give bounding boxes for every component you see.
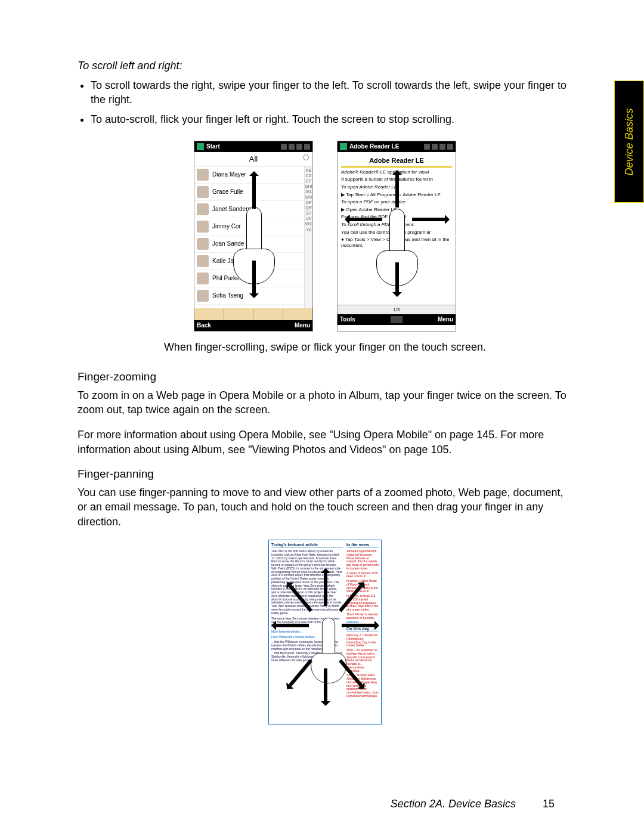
footer-section: Section 2A. Device Basics bbox=[391, 798, 516, 810]
scroll-bullets: To scroll towards the right, swipe your … bbox=[91, 78, 572, 126]
avatar bbox=[197, 169, 209, 181]
pan-heading: Finger-panning bbox=[78, 467, 572, 481]
arrow-down-icon bbox=[395, 262, 399, 292]
volume-icon bbox=[289, 144, 295, 150]
arrow-right-icon bbox=[342, 624, 374, 627]
avatar bbox=[197, 255, 209, 267]
figure-row: Start All Diana Mayer Grace Fulle Janet … bbox=[78, 141, 572, 332]
battery-icon bbox=[296, 144, 302, 150]
arrow-right-icon bbox=[412, 218, 445, 221]
bullet: To scroll towards the right, swipe your … bbox=[91, 78, 572, 107]
page-footer: Section 2A. Device Basics 15 bbox=[391, 798, 555, 810]
list-item: Grace Fulle bbox=[194, 184, 304, 201]
zoom-p1: To zoom in on a Web page in Opera Mobile… bbox=[78, 388, 572, 417]
side-tab: Device Basics bbox=[614, 80, 644, 203]
document-page: Device Basics To scroll left and right: … bbox=[0, 0, 644, 833]
arrow-up-icon bbox=[252, 176, 256, 209]
pager-bar: 1/3 bbox=[338, 305, 456, 314]
avatar bbox=[197, 186, 209, 198]
volume-icon bbox=[432, 144, 438, 150]
menu-icon bbox=[304, 144, 310, 150]
start-icon bbox=[340, 143, 347, 150]
arrow-up-icon bbox=[324, 573, 327, 606]
bottom-tabs bbox=[194, 308, 312, 320]
arrow-down-icon bbox=[324, 668, 327, 701]
avatar bbox=[197, 272, 209, 284]
phone-contacts: Start All Diana Mayer Grace Fulle Janet … bbox=[194, 141, 313, 332]
footer-page: 15 bbox=[543, 798, 555, 810]
arrow-up-icon bbox=[395, 175, 399, 208]
status-bar: Adobe Reader LE bbox=[338, 141, 456, 152]
keyboard-icon bbox=[391, 316, 402, 323]
arrow-down-icon bbox=[252, 261, 256, 293]
search-icon bbox=[303, 154, 309, 160]
alphabet-index: ABCDEFGHIJKLMNOPQRSTUVWXYZ bbox=[304, 166, 312, 308]
wiki-left-col: Today's featured article Year Zero is th… bbox=[271, 543, 343, 721]
list-item: Jimmy Cor bbox=[194, 218, 304, 236]
list-item: Joan Sande bbox=[194, 236, 304, 253]
softkey-right: Menu bbox=[295, 322, 310, 329]
signal-icon bbox=[424, 144, 430, 150]
list-item: Phil Parker bbox=[194, 270, 304, 287]
phone-reader: Adobe Reader LE Adobe Reader LE Adobe® R… bbox=[337, 141, 456, 332]
list-item: Katie Jackson bbox=[194, 253, 304, 270]
avatar bbox=[197, 221, 209, 233]
softkey-bar: Tools Menu bbox=[338, 314, 456, 325]
avatar bbox=[197, 290, 209, 302]
softkey-bar: Back Menu bbox=[194, 320, 312, 331]
battery-icon bbox=[439, 144, 445, 150]
zoom-p2: For more information about using Opera M… bbox=[78, 428, 572, 457]
bullet: To auto-scroll, flick your finger left o… bbox=[91, 112, 572, 126]
contact-list: Diana Mayer Grace Fulle Janet Sanders Ji… bbox=[194, 166, 304, 308]
avatar bbox=[197, 203, 209, 215]
zoom-heading: Finger-zooming bbox=[78, 370, 572, 383]
status-title: Adobe Reader LE bbox=[349, 143, 399, 150]
list-item: Janet Sanders bbox=[194, 201, 304, 218]
panning-figure: Today's featured article Year Zero is th… bbox=[268, 540, 382, 724]
avatar bbox=[197, 238, 209, 250]
document-area: Adobe Reader LE Adobe® Reader® LE applic… bbox=[338, 152, 456, 305]
arrow-left-icon bbox=[349, 218, 382, 221]
status-title: Start bbox=[206, 143, 220, 150]
softkey-left: Tools bbox=[340, 316, 355, 323]
softkey-left: Back bbox=[197, 322, 211, 329]
all-tab: All bbox=[194, 152, 312, 166]
arrow-left-icon bbox=[276, 624, 309, 627]
status-bar: Start bbox=[194, 141, 312, 152]
signal-icon bbox=[281, 144, 287, 150]
scroll-heading: To scroll left and right: bbox=[78, 60, 572, 72]
pan-p1: You can use finger-panning to move to an… bbox=[78, 485, 572, 529]
softkey-right: Menu bbox=[438, 316, 453, 323]
close-icon bbox=[447, 144, 453, 150]
side-tab-label: Device Basics bbox=[623, 108, 636, 175]
start-icon bbox=[197, 143, 204, 150]
figure-caption: When finger-scrolling, swipe or flick yo… bbox=[78, 341, 572, 354]
